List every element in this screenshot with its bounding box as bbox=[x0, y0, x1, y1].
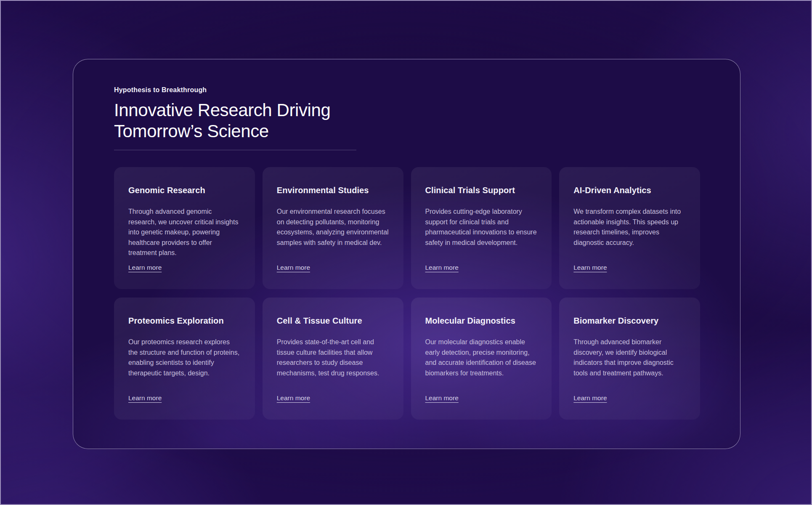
card-title: Proteomics Exploration bbox=[128, 316, 241, 326]
page-title-line2: Tomorrow’s Science bbox=[114, 121, 269, 141]
learn-more-link[interactable]: Learn more bbox=[425, 264, 459, 271]
learn-more-link[interactable]: Learn more bbox=[573, 264, 607, 271]
page-title-line1: Innovative Research Driving bbox=[114, 100, 330, 120]
learn-more-link[interactable]: Learn more bbox=[277, 264, 310, 271]
card-description: Through advanced genomic research, we un… bbox=[128, 207, 241, 258]
learn-more-link[interactable]: Learn more bbox=[425, 394, 459, 402]
page-background: Hypothesis to Breakthrough Innovative Re… bbox=[0, 0, 812, 505]
research-card: AI-Driven Analytics We transform complex… bbox=[559, 167, 700, 289]
card-title: Biomarker Discovery bbox=[573, 316, 686, 326]
card-description: Our environmental research focuses on de… bbox=[277, 207, 389, 248]
learn-more-link[interactable]: Learn more bbox=[128, 264, 162, 271]
card-grid: Genomic Research Through advanced genomi… bbox=[114, 167, 700, 420]
card-title: Molecular Diagnostics bbox=[425, 316, 538, 326]
research-card: Proteomics Exploration Our proteomics re… bbox=[114, 298, 255, 420]
research-card: Biomarker Discovery Through advanced bio… bbox=[559, 298, 700, 420]
card-title: Genomic Research bbox=[128, 186, 241, 195]
learn-more-link[interactable]: Learn more bbox=[128, 394, 162, 402]
card-title: Environmental Studies bbox=[277, 186, 389, 195]
card-description: Our proteomics research explores the str… bbox=[128, 337, 241, 378]
learn-more-link[interactable]: Learn more bbox=[277, 394, 310, 402]
card-description: Provides state-of-the-art cell and tissu… bbox=[277, 337, 389, 378]
card-description: Provides cutting-edge laboratory support… bbox=[425, 207, 538, 248]
heading-divider bbox=[114, 150, 356, 150]
card-description: Through advanced biomarker discovery, we… bbox=[573, 337, 686, 378]
page-title: Innovative Research Driving Tomorrow’s S… bbox=[114, 100, 330, 142]
card-description: Our molecular diagnostics enable early d… bbox=[425, 337, 538, 378]
research-card: Environmental Studies Our environmental … bbox=[263, 167, 403, 289]
eyebrow-label: Hypothesis to Breakthrough bbox=[114, 86, 207, 94]
card-title: Cell & Tissue Culture bbox=[277, 316, 389, 326]
card-title: AI-Driven Analytics bbox=[573, 186, 686, 195]
card-description: We transform complex datasets into actio… bbox=[573, 207, 686, 248]
research-card: Molecular Diagnostics Our molecular diag… bbox=[411, 298, 552, 420]
research-card: Cell & Tissue Culture Provides state-of-… bbox=[263, 298, 403, 420]
section-panel: Hypothesis to Breakthrough Innovative Re… bbox=[73, 59, 740, 449]
research-card: Clinical Trials Support Provides cutting… bbox=[411, 167, 552, 289]
research-card: Genomic Research Through advanced genomi… bbox=[114, 167, 255, 289]
learn-more-link[interactable]: Learn more bbox=[573, 394, 607, 402]
card-title: Clinical Trials Support bbox=[425, 186, 538, 195]
